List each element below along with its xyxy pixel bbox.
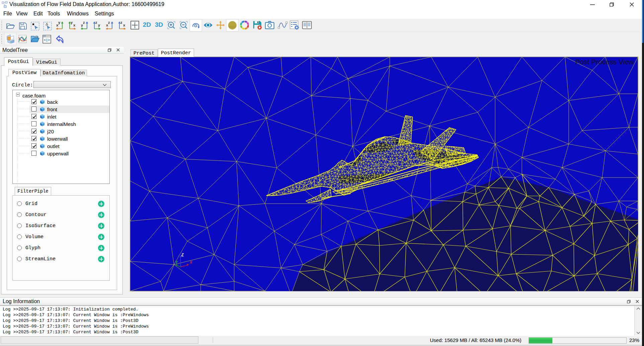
svg-text:Post Process View: Post Process View [575, 58, 634, 66]
svg-text:z: z [120, 21, 122, 24]
svg-text:x: x [73, 23, 76, 27]
svg-text:z: z [83, 21, 85, 24]
svg-text:y: y [58, 21, 61, 24]
svg-text:z: z [108, 21, 110, 24]
svg-text:y: y [71, 21, 73, 24]
svg-text:x: x [123, 23, 125, 27]
svg-text:y: y [98, 23, 100, 27]
svg-text:Z: Z [181, 253, 184, 257]
svg-text:X: X [189, 260, 192, 264]
svg-text:z: z [95, 21, 97, 24]
svg-text:<|>: <|> [44, 39, 50, 42]
